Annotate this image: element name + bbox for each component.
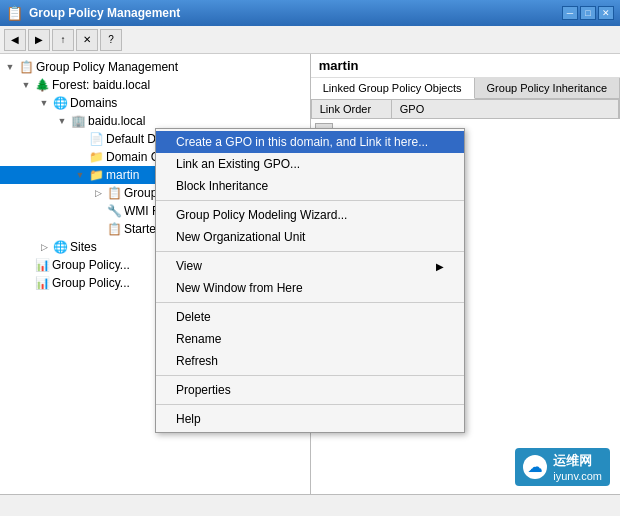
- tree-domains[interactable]: ▼ 🌐 Domains: [0, 94, 310, 112]
- forest-label: Forest: baidu.local: [52, 78, 150, 92]
- baidu-icon: 🏢: [70, 113, 86, 129]
- martin-icon: 📁: [88, 167, 104, 183]
- gpr-icon: 📊: [34, 275, 50, 291]
- dc-icon: 📁: [88, 149, 104, 165]
- root-label: Group Policy Management: [36, 60, 178, 74]
- tree-root[interactable]: ▼ 📋 Group Policy Management: [0, 58, 310, 76]
- gp1-icon: 📋: [106, 185, 122, 201]
- ctx-separator-15: [156, 404, 464, 405]
- sites-label: Sites: [70, 240, 97, 254]
- tab-bar: Linked Group Policy Objects Group Policy…: [311, 78, 620, 99]
- ctx-item-16[interactable]: Help: [156, 408, 464, 430]
- domains-expander[interactable]: ▼: [36, 95, 52, 111]
- ctx-item-12[interactable]: Refresh: [156, 350, 464, 372]
- back-button[interactable]: ◀: [4, 29, 26, 51]
- context-menu: Create a GPO in this domain, and Link it…: [155, 128, 465, 433]
- minimize-button[interactable]: ─: [562, 6, 578, 20]
- app-icon: 📋: [6, 5, 23, 21]
- wmi-icon: 🔧: [106, 203, 122, 219]
- gpm-icon: 📊: [34, 257, 50, 273]
- baidu-expander[interactable]: ▼: [54, 113, 70, 129]
- ctx-item-4[interactable]: Group Policy Modeling Wizard...: [156, 204, 464, 226]
- forward-button[interactable]: ▶: [28, 29, 50, 51]
- gp1-expander[interactable]: ▷: [90, 185, 106, 201]
- up-button[interactable]: ↑: [52, 29, 74, 51]
- gpr-label: Group Policy...: [52, 276, 130, 290]
- root-expander[interactable]: ▼: [2, 59, 18, 75]
- ctx-label-4: Group Policy Modeling Wizard...: [176, 208, 347, 222]
- ctx-label-1: Link an Existing GPO...: [176, 157, 300, 171]
- toolbar: ◀ ▶ ↑ ✕ ?: [0, 26, 620, 54]
- ctx-label-10: Delete: [176, 310, 211, 324]
- root-icon: 📋: [18, 59, 34, 75]
- ctx-label-16: Help: [176, 412, 201, 426]
- ctx-separator-13: [156, 375, 464, 376]
- title-bar: 📋 Group Policy Management ─ □ ✕: [0, 0, 620, 26]
- status-bar: [0, 494, 620, 516]
- close-button[interactable]: ✕: [598, 6, 614, 20]
- ctx-label-0: Create a GPO in this domain, and Link it…: [176, 135, 428, 149]
- maximize-button[interactable]: □: [580, 6, 596, 20]
- ctx-item-14[interactable]: Properties: [156, 379, 464, 401]
- tab-gp-inheritance[interactable]: Group Policy Inheritance: [475, 78, 620, 98]
- ctx-label-12: Refresh: [176, 354, 218, 368]
- ctx-label-14: Properties: [176, 383, 231, 397]
- ctx-label-5: New Organizational Unit: [176, 230, 305, 244]
- martin-label: martin: [106, 168, 139, 182]
- starter-icon: 📋: [106, 221, 122, 237]
- domains-label: Domains: [70, 96, 117, 110]
- ctx-item-10[interactable]: Delete: [156, 306, 464, 328]
- ctx-item-1[interactable]: Link an Existing GPO...: [156, 153, 464, 175]
- watermark: ☁ 运维网 iyunv.com: [515, 448, 610, 486]
- help-button[interactable]: ?: [100, 29, 122, 51]
- ctx-separator-3: [156, 200, 464, 201]
- sites-icon: 🌐: [52, 239, 68, 255]
- forest-icon: 🌲: [34, 77, 50, 93]
- tab-linked-gpo[interactable]: Linked Group Policy Objects: [311, 78, 475, 99]
- baidu-label: baidu.local: [88, 114, 145, 128]
- ctx-separator-6: [156, 251, 464, 252]
- ctx-item-8[interactable]: New Window from Here: [156, 277, 464, 299]
- title-bar-buttons: ─ □ ✕: [562, 6, 614, 20]
- ddp-icon: 📄: [88, 131, 104, 147]
- ctx-item-0[interactable]: Create a GPO in this domain, and Link it…: [156, 131, 464, 153]
- panel-title: martin: [311, 54, 620, 78]
- ctx-label-8: New Window from Here: [176, 281, 303, 295]
- ctx-label-2: Block Inheritance: [176, 179, 268, 193]
- sites-expander[interactable]: ▷: [36, 239, 52, 255]
- ctx-arrow-7: ▶: [436, 261, 444, 272]
- stop-button[interactable]: ✕: [76, 29, 98, 51]
- ctx-item-11[interactable]: Rename: [156, 328, 464, 350]
- ctx-item-5[interactable]: New Organizational Unit: [156, 226, 464, 248]
- table-header: Link Order GPO: [311, 99, 620, 119]
- ctx-item-2[interactable]: Block Inheritance: [156, 175, 464, 197]
- ctx-separator-9: [156, 302, 464, 303]
- ctx-label-11: Rename: [176, 332, 221, 346]
- forest-expander[interactable]: ▼: [18, 77, 34, 93]
- watermark-icon: ☁: [523, 455, 547, 479]
- gpm-label: Group Policy...: [52, 258, 130, 272]
- ctx-label-7: View: [176, 259, 202, 273]
- ctx-item-7[interactable]: View▶: [156, 255, 464, 277]
- title-bar-text: Group Policy Management: [29, 6, 556, 20]
- martin-expander[interactable]: ▼: [72, 167, 88, 183]
- th-gpo: GPO: [392, 100, 619, 118]
- domains-icon: 🌐: [52, 95, 68, 111]
- watermark-text: 运维网 iyunv.com: [553, 452, 602, 482]
- th-link-order: Link Order: [312, 100, 392, 118]
- tree-forest[interactable]: ▼ 🌲 Forest: baidu.local: [0, 76, 310, 94]
